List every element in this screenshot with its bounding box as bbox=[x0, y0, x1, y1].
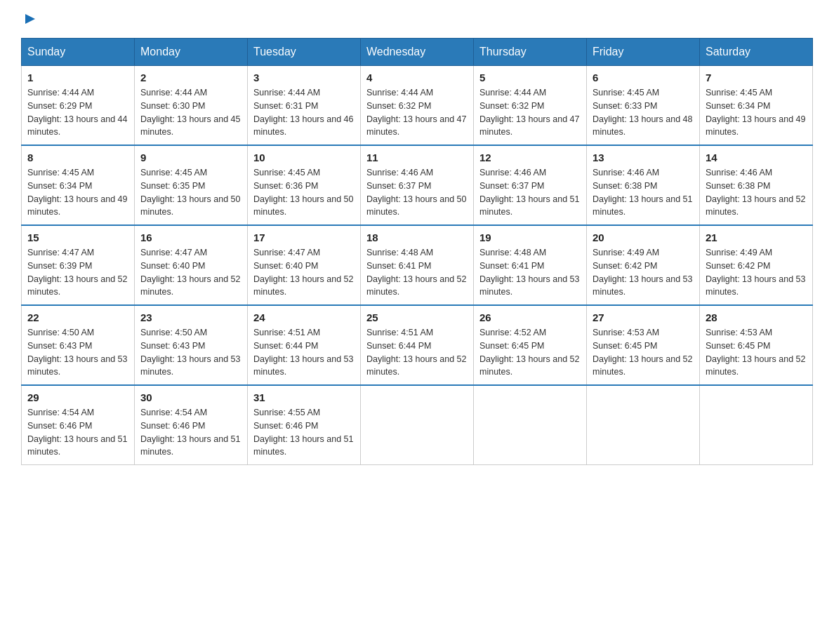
day-info: Sunrise: 4:47 AM Sunset: 6:40 PM Dayligh… bbox=[140, 246, 241, 299]
day-number: 20 bbox=[593, 232, 694, 243]
calendar-cell: 2 Sunrise: 4:44 AM Sunset: 6:30 PM Dayli… bbox=[135, 66, 248, 146]
calendar-cell: 21 Sunrise: 4:49 AM Sunset: 6:42 PM Dayl… bbox=[700, 225, 813, 305]
calendar-cell: 26 Sunrise: 4:52 AM Sunset: 6:45 PM Dayl… bbox=[474, 305, 587, 385]
day-info: Sunrise: 4:48 AM Sunset: 6:41 PM Dayligh… bbox=[479, 246, 581, 299]
calendar-cell: 20 Sunrise: 4:49 AM Sunset: 6:42 PM Dayl… bbox=[587, 225, 700, 305]
calendar-week-row: 29 Sunrise: 4:54 AM Sunset: 6:46 PM Dayl… bbox=[22, 385, 813, 465]
day-info: Sunrise: 4:47 AM Sunset: 6:39 PM Dayligh… bbox=[27, 246, 128, 299]
day-number: 28 bbox=[706, 311, 807, 323]
day-number: 21 bbox=[706, 232, 807, 243]
calendar-cell: 5 Sunrise: 4:44 AM Sunset: 6:32 PM Dayli… bbox=[474, 66, 587, 146]
calendar-cell bbox=[700, 385, 813, 465]
day-info: Sunrise: 4:52 AM Sunset: 6:45 PM Dayligh… bbox=[479, 326, 581, 379]
calendar-cell: 1 Sunrise: 4:44 AM Sunset: 6:29 PM Dayli… bbox=[22, 66, 135, 146]
calendar-header-friday: Friday bbox=[587, 39, 700, 66]
calendar-cell: 25 Sunrise: 4:51 AM Sunset: 6:44 PM Dayl… bbox=[361, 305, 474, 385]
calendar-cell: 29 Sunrise: 4:54 AM Sunset: 6:46 PM Dayl… bbox=[22, 385, 135, 465]
day-info: Sunrise: 4:49 AM Sunset: 6:42 PM Dayligh… bbox=[593, 246, 694, 299]
day-info: Sunrise: 4:44 AM Sunset: 6:31 PM Dayligh… bbox=[253, 86, 355, 139]
calendar-week-row: 22 Sunrise: 4:50 AM Sunset: 6:43 PM Dayl… bbox=[22, 305, 813, 385]
day-info: Sunrise: 4:51 AM Sunset: 6:44 PM Dayligh… bbox=[253, 326, 355, 379]
calendar-cell: 6 Sunrise: 4:45 AM Sunset: 6:33 PM Dayli… bbox=[587, 66, 700, 146]
day-number: 7 bbox=[706, 72, 807, 83]
svg-marker-0 bbox=[25, 14, 35, 24]
day-info: Sunrise: 4:46 AM Sunset: 6:38 PM Dayligh… bbox=[593, 166, 694, 219]
day-info: Sunrise: 4:45 AM Sunset: 6:35 PM Dayligh… bbox=[140, 166, 241, 219]
day-number: 30 bbox=[140, 391, 241, 403]
calendar-cell: 31 Sunrise: 4:55 AM Sunset: 6:46 PM Dayl… bbox=[248, 385, 361, 465]
day-info: Sunrise: 4:47 AM Sunset: 6:40 PM Dayligh… bbox=[253, 246, 355, 299]
day-number: 3 bbox=[253, 72, 355, 83]
day-info: Sunrise: 4:45 AM Sunset: 6:36 PM Dayligh… bbox=[253, 166, 355, 219]
calendar-cell: 11 Sunrise: 4:46 AM Sunset: 6:37 PM Dayl… bbox=[361, 145, 474, 225]
calendar-cell: 12 Sunrise: 4:46 AM Sunset: 6:37 PM Dayl… bbox=[474, 145, 587, 225]
day-info: Sunrise: 4:51 AM Sunset: 6:44 PM Dayligh… bbox=[366, 326, 468, 379]
day-number: 11 bbox=[366, 152, 468, 163]
calendar-cell: 7 Sunrise: 4:45 AM Sunset: 6:34 PM Dayli… bbox=[700, 66, 813, 146]
day-number: 4 bbox=[366, 72, 468, 83]
calendar-cell: 30 Sunrise: 4:54 AM Sunset: 6:46 PM Dayl… bbox=[135, 385, 248, 465]
day-info: Sunrise: 4:53 AM Sunset: 6:45 PM Dayligh… bbox=[593, 326, 694, 379]
calendar-cell: 27 Sunrise: 4:53 AM Sunset: 6:45 PM Dayl… bbox=[587, 305, 700, 385]
calendar-header-tuesday: Tuesday bbox=[248, 39, 361, 66]
page-header bbox=[21, 14, 813, 24]
calendar-table: SundayMondayTuesdayWednesdayThursdayFrid… bbox=[21, 38, 813, 465]
day-info: Sunrise: 4:53 AM Sunset: 6:45 PM Dayligh… bbox=[706, 326, 807, 379]
day-number: 16 bbox=[140, 232, 241, 243]
calendar-header-row: SundayMondayTuesdayWednesdayThursdayFrid… bbox=[22, 39, 813, 66]
day-number: 31 bbox=[253, 391, 355, 403]
day-info: Sunrise: 4:45 AM Sunset: 6:34 PM Dayligh… bbox=[27, 166, 128, 219]
day-info: Sunrise: 4:50 AM Sunset: 6:43 PM Dayligh… bbox=[140, 326, 241, 379]
calendar-header-sunday: Sunday bbox=[22, 39, 135, 66]
day-number: 18 bbox=[366, 232, 468, 243]
day-info: Sunrise: 4:55 AM Sunset: 6:46 PM Dayligh… bbox=[253, 406, 355, 459]
calendar-cell: 28 Sunrise: 4:53 AM Sunset: 6:45 PM Dayl… bbox=[700, 305, 813, 385]
day-number: 27 bbox=[593, 311, 694, 323]
calendar-cell: 24 Sunrise: 4:51 AM Sunset: 6:44 PM Dayl… bbox=[248, 305, 361, 385]
calendar-cell: 18 Sunrise: 4:48 AM Sunset: 6:41 PM Dayl… bbox=[361, 225, 474, 305]
calendar-cell: 3 Sunrise: 4:44 AM Sunset: 6:31 PM Dayli… bbox=[248, 66, 361, 146]
calendar-cell bbox=[587, 385, 700, 465]
calendar-cell: 4 Sunrise: 4:44 AM Sunset: 6:32 PM Dayli… bbox=[361, 66, 474, 146]
day-info: Sunrise: 4:44 AM Sunset: 6:32 PM Dayligh… bbox=[366, 86, 468, 139]
day-info: Sunrise: 4:46 AM Sunset: 6:37 PM Dayligh… bbox=[479, 166, 581, 219]
calendar-cell: 23 Sunrise: 4:50 AM Sunset: 6:43 PM Dayl… bbox=[135, 305, 248, 385]
calendar-cell: 8 Sunrise: 4:45 AM Sunset: 6:34 PM Dayli… bbox=[22, 145, 135, 225]
calendar-header-thursday: Thursday bbox=[474, 39, 587, 66]
calendar-cell: 22 Sunrise: 4:50 AM Sunset: 6:43 PM Dayl… bbox=[22, 305, 135, 385]
calendar-cell: 16 Sunrise: 4:47 AM Sunset: 6:40 PM Dayl… bbox=[135, 225, 248, 305]
calendar-cell bbox=[474, 385, 587, 465]
day-number: 17 bbox=[253, 232, 355, 243]
day-info: Sunrise: 4:46 AM Sunset: 6:38 PM Dayligh… bbox=[706, 166, 807, 219]
day-info: Sunrise: 4:45 AM Sunset: 6:34 PM Dayligh… bbox=[706, 86, 807, 139]
day-info: Sunrise: 4:44 AM Sunset: 6:32 PM Dayligh… bbox=[479, 86, 581, 139]
calendar-week-row: 1 Sunrise: 4:44 AM Sunset: 6:29 PM Dayli… bbox=[22, 66, 813, 146]
day-number: 23 bbox=[140, 311, 241, 323]
day-number: 10 bbox=[253, 152, 355, 163]
day-number: 5 bbox=[479, 72, 581, 83]
day-info: Sunrise: 4:44 AM Sunset: 6:29 PM Dayligh… bbox=[27, 86, 128, 139]
calendar-cell: 15 Sunrise: 4:47 AM Sunset: 6:39 PM Dayl… bbox=[22, 225, 135, 305]
calendar-cell: 14 Sunrise: 4:46 AM Sunset: 6:38 PM Dayl… bbox=[700, 145, 813, 225]
day-number: 26 bbox=[479, 311, 581, 323]
day-info: Sunrise: 4:54 AM Sunset: 6:46 PM Dayligh… bbox=[27, 406, 128, 459]
day-number: 29 bbox=[27, 391, 128, 403]
logo bbox=[21, 14, 38, 24]
calendar-cell bbox=[361, 385, 474, 465]
day-info: Sunrise: 4:44 AM Sunset: 6:30 PM Dayligh… bbox=[140, 86, 241, 139]
calendar-header-saturday: Saturday bbox=[700, 39, 813, 66]
day-number: 8 bbox=[27, 152, 128, 163]
day-number: 9 bbox=[140, 152, 241, 163]
calendar-cell: 10 Sunrise: 4:45 AM Sunset: 6:36 PM Dayl… bbox=[248, 145, 361, 225]
day-info: Sunrise: 4:50 AM Sunset: 6:43 PM Dayligh… bbox=[27, 326, 128, 379]
calendar-cell: 17 Sunrise: 4:47 AM Sunset: 6:40 PM Dayl… bbox=[248, 225, 361, 305]
day-number: 2 bbox=[140, 72, 241, 83]
day-number: 6 bbox=[593, 72, 694, 83]
calendar-cell: 13 Sunrise: 4:46 AM Sunset: 6:38 PM Dayl… bbox=[587, 145, 700, 225]
logo-arrow-icon bbox=[22, 11, 38, 27]
calendar-week-row: 8 Sunrise: 4:45 AM Sunset: 6:34 PM Dayli… bbox=[22, 145, 813, 225]
calendar-header-wednesday: Wednesday bbox=[361, 39, 474, 66]
day-number: 25 bbox=[366, 311, 468, 323]
day-info: Sunrise: 4:48 AM Sunset: 6:41 PM Dayligh… bbox=[366, 246, 468, 299]
day-info: Sunrise: 4:46 AM Sunset: 6:37 PM Dayligh… bbox=[366, 166, 468, 219]
